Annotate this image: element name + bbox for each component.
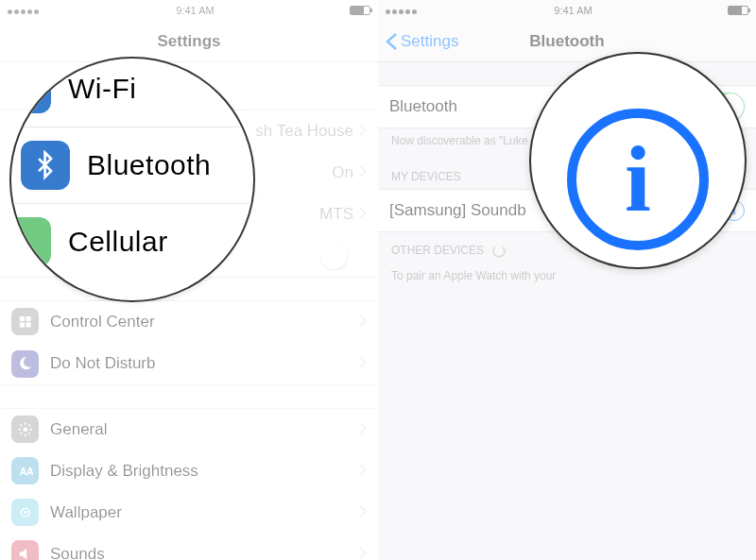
gear-icon [11, 416, 39, 443]
signal-dots [386, 5, 419, 16]
info-icon-large[interactable]: i [567, 109, 709, 250]
svg-rect-3 [26, 322, 30, 327]
chevron-right-icon [359, 164, 367, 181]
signal-dots [8, 5, 41, 16]
mag-bluetooth-label: Bluetooth [87, 149, 211, 181]
status-time: 9:41 AM [554, 5, 592, 16]
back-button[interactable]: Settings [386, 32, 458, 51]
dnd-label: Do Not Disturb [50, 354, 359, 373]
bluetooth-screen: 9:41 AM Settings Bluetooth Bluetooth Now… [378, 0, 756, 560]
dnd-row[interactable]: Do Not Disturb [0, 343, 378, 384]
svg-point-4 [23, 427, 26, 431]
control-center-icon [11, 308, 39, 335]
chevron-right-icon [359, 123, 367, 140]
svg-point-7 [24, 511, 26, 514]
status-time: 9:41 AM [176, 5, 214, 16]
pair-note: To pair an Apple Watch with your [378, 263, 756, 294]
battery-icon [728, 6, 748, 15]
cellular-value: MTS [319, 205, 353, 224]
status-bar: 9:41 AM [0, 0, 378, 21]
settings-screen: 9:41 AM Settings sh Tea House On MTS [0, 0, 378, 560]
info-glyph: i [625, 132, 651, 227]
sounds-icon [11, 540, 39, 560]
mag-wifi-label: Wi-Fi [68, 73, 136, 105]
svg-rect-0 [20, 316, 25, 321]
spinner-icon [492, 245, 506, 258]
wallpaper-label: Wallpaper [50, 503, 359, 522]
nav-bar: Settings [0, 21, 378, 62]
mag-bluetooth-row[interactable]: Bluetooth [11, 127, 253, 204]
chevron-right-icon [359, 314, 367, 331]
chevron-right-icon [359, 206, 367, 223]
wallpaper-icon [11, 499, 39, 526]
general-row[interactable]: General [0, 409, 378, 450]
chevron-right-icon [359, 546, 367, 561]
page-title: Settings [157, 32, 220, 51]
display-row[interactable]: AA Display & Brightness [0, 450, 378, 492]
svg-rect-1 [26, 316, 30, 321]
sounds-row[interactable]: Sounds [0, 534, 378, 560]
back-label: Settings [401, 32, 458, 51]
nav-bar: Settings Bluetooth [378, 21, 756, 62]
display-label: Display & Brightness [50, 462, 359, 481]
page-title: Bluetooth [529, 32, 604, 51]
bluetooth-icon [21, 141, 70, 190]
magnifier-right: i [529, 52, 747, 269]
magnifier-left: Wi-Fi Bluetooth Cellular [9, 57, 255, 302]
svg-rect-2 [20, 322, 25, 327]
wifi-value: sh Tea House [255, 122, 353, 141]
brightness-icon: AA [11, 457, 39, 484]
svg-text:AA: AA [20, 467, 33, 477]
mag-cellular-label: Cellular [68, 226, 168, 258]
chevron-right-icon [359, 421, 367, 438]
battery-icon [350, 6, 370, 15]
control-center-row[interactable]: Control Center [0, 301, 378, 343]
mag-cellular-row[interactable]: Cellular [11, 204, 253, 280]
sounds-label: Sounds [50, 545, 359, 561]
general-label: General [50, 420, 359, 439]
toggle-off-icon[interactable] [319, 242, 367, 270]
chevron-right-icon [359, 504, 367, 521]
wallpaper-row[interactable]: Wallpaper [0, 492, 378, 534]
moon-icon [11, 350, 39, 378]
status-bar: 9:41 AM [378, 0, 756, 21]
chevron-right-icon [359, 355, 367, 372]
bluetooth-value: On [332, 163, 353, 182]
other-devices-label: OTHER DEVICES [391, 244, 484, 257]
chevron-right-icon [359, 463, 367, 480]
control-center-label: Control Center [50, 313, 359, 331]
